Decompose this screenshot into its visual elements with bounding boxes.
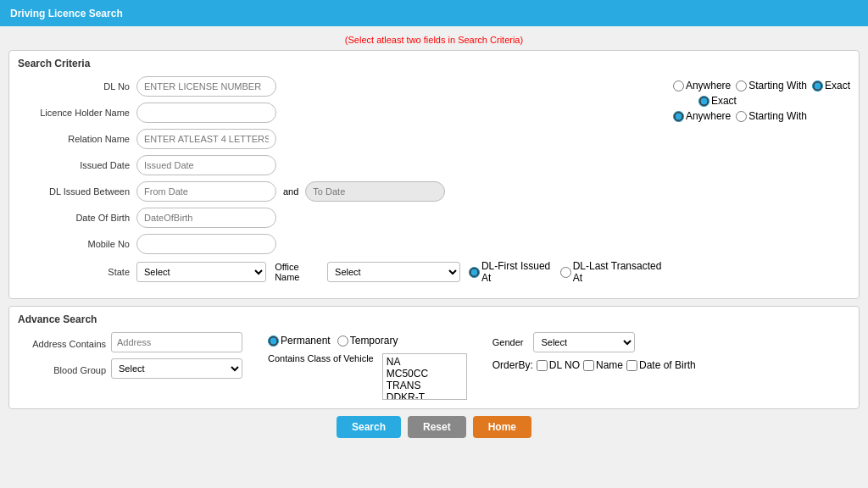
- dl-from-date-input[interactable]: [136, 181, 276, 202]
- list-item[interactable]: DDKR-T: [387, 391, 463, 400]
- mobile-no-row: Mobile No: [18, 234, 665, 254]
- dl-issued-between-row: DL Issued Between and: [18, 181, 665, 202]
- dl-anywhere-radio[interactable]: [673, 80, 684, 92]
- gender-select[interactable]: Select: [533, 332, 635, 352]
- header-title: Driving Licence Search: [10, 8, 123, 19]
- dl-first-issued-radio-label[interactable]: DL-First Issued At: [469, 260, 555, 284]
- state-label: State: [18, 267, 136, 277]
- holder-exact-radio-label[interactable]: Exact: [698, 95, 737, 107]
- orderby-dob-checkbox[interactable]: [626, 360, 637, 371]
- dl-issued-between-label: DL Issued Between: [18, 186, 136, 197]
- address-row: Address Contains: [18, 332, 242, 352]
- vehicle-class-list[interactable]: NA MC50CC TRANS DDKR-T: [382, 353, 467, 400]
- dl-exact-radio-label[interactable]: Exact: [812, 80, 850, 92]
- rel-anywhere-radio[interactable]: [673, 111, 684, 122]
- dl-starting-radio[interactable]: [736, 80, 747, 92]
- relation-radio-group: Anywhere Starting With: [673, 110, 850, 122]
- adv-middle-col: Permanent Temporary Contains Class of Ve…: [268, 332, 467, 400]
- right-radios: Anywhere Starting With Exact Exa: [673, 76, 850, 290]
- button-row: Search Reset Home: [8, 416, 860, 445]
- orderby-name-label[interactable]: Name: [583, 359, 623, 371]
- search-criteria-section: Search Criteria DL No Licence Holder Nam…: [8, 50, 860, 299]
- dl-no-input[interactable]: [136, 76, 276, 97]
- advance-search-title: Advance Search: [18, 313, 850, 325]
- orderby-dlno-checkbox[interactable]: [537, 360, 548, 371]
- address-input[interactable]: [111, 332, 242, 352]
- rel-anywhere-radio-label[interactable]: Anywhere: [673, 110, 731, 122]
- relation-name-input[interactable]: [136, 129, 276, 149]
- address-label: Address Contains: [18, 336, 111, 349]
- and-label: and: [283, 186, 298, 197]
- dl-no-label: DL No: [18, 81, 136, 92]
- issued-date-row: Issued Date: [18, 155, 665, 175]
- office-name-select[interactable]: Select: [327, 262, 460, 282]
- dl-to-date-input[interactable]: [305, 181, 445, 202]
- state-select[interactable]: Select: [136, 262, 266, 282]
- dl-last-transacted-radio[interactable]: [560, 267, 571, 278]
- list-item[interactable]: MC50CC: [387, 368, 463, 380]
- home-button[interactable]: Home: [473, 416, 531, 438]
- licence-holder-input[interactable]: [136, 103, 276, 123]
- gender-label: Gender: [492, 337, 524, 347]
- permanent-radio-label[interactable]: Permanent: [268, 335, 331, 347]
- dl-no-row: DL No: [18, 76, 665, 97]
- temporary-radio[interactable]: [337, 336, 348, 347]
- blood-group-label: Blood Group: [18, 363, 111, 375]
- advance-search-section: Advance Search Address Contains Blood Gr…: [8, 306, 860, 409]
- dl-anywhere-radio-label[interactable]: Anywhere: [673, 80, 731, 92]
- vehicle-class-row: Contains Class of Vehicle NA MC50CC TRAN…: [268, 353, 467, 400]
- relation-name-row: Relation Name: [18, 129, 665, 149]
- dl-first-issued-radio[interactable]: [469, 267, 480, 278]
- permanent-radio[interactable]: [268, 336, 279, 347]
- orderby-dlno-label[interactable]: DL NO: [537, 359, 580, 371]
- reset-button[interactable]: Reset: [408, 416, 466, 438]
- dl-last-transacted-radio-label[interactable]: DL-Last Transacted At: [560, 260, 665, 284]
- mobile-no-input[interactable]: [136, 234, 276, 254]
- contains-class-label: Contains Class of Vehicle: [268, 353, 374, 363]
- gender-row: Gender Select: [492, 332, 636, 352]
- dl-exact-radio[interactable]: [812, 80, 823, 92]
- mobile-no-label: Mobile No: [18, 239, 136, 249]
- orderby-group: OrderBy: DL NO Name Date of Birth: [492, 359, 696, 371]
- licence-holder-radio-group: Exact: [673, 95, 850, 107]
- rel-starting-radio-label[interactable]: Starting With: [736, 110, 807, 122]
- list-item[interactable]: NA: [387, 356, 463, 368]
- dl-no-radio-group: Anywhere Starting With Exact: [673, 80, 850, 92]
- dob-row: Date Of Birth: [18, 208, 665, 228]
- relation-name-label: Relation Name: [18, 134, 136, 144]
- office-group: Office Name Select: [275, 262, 460, 282]
- search-button[interactable]: Search: [337, 416, 401, 438]
- dl-starting-radio-label[interactable]: Starting With: [736, 80, 807, 92]
- hint-text: (Select atleast two fields in Search Cri…: [8, 35, 860, 45]
- issued-date-label: Issued Date: [18, 160, 136, 170]
- perm-radio-group: Permanent Temporary: [268, 335, 398, 347]
- adv-left-col: Address Contains Blood Group Select: [18, 332, 242, 385]
- blood-group-row: Blood Group Select: [18, 358, 242, 379]
- header: Driving Licence Search: [0, 0, 868, 26]
- licence-holder-label: Licence Holder Name: [18, 108, 136, 118]
- search-criteria-title: Search Criteria: [18, 58, 850, 69]
- state-row: State Select Office Name Select DL-Firs: [18, 260, 665, 284]
- dob-label: Date Of Birth: [18, 213, 136, 223]
- office-name-label: Office Name: [275, 262, 322, 282]
- orderby-dob-label[interactable]: Date of Birth: [626, 359, 696, 371]
- licence-holder-row: Licence Holder Name: [18, 103, 665, 123]
- list-item[interactable]: TRANS: [387, 380, 463, 391]
- rel-starting-radio[interactable]: [736, 111, 747, 122]
- issued-date-input[interactable]: [136, 155, 276, 175]
- orderby-label: OrderBy:: [492, 359, 533, 371]
- adv-right-col: Gender Select OrderBy: DL NO Name: [492, 332, 696, 371]
- orderby-name-checkbox[interactable]: [583, 360, 594, 371]
- temporary-radio-label[interactable]: Temporary: [337, 335, 398, 347]
- dob-input[interactable]: [136, 208, 276, 228]
- holder-exact-radio[interactable]: [698, 96, 709, 107]
- dl-location-radios: DL-First Issued At DL-Last Transacted At: [469, 260, 665, 284]
- blood-group-select[interactable]: Select: [111, 358, 242, 379]
